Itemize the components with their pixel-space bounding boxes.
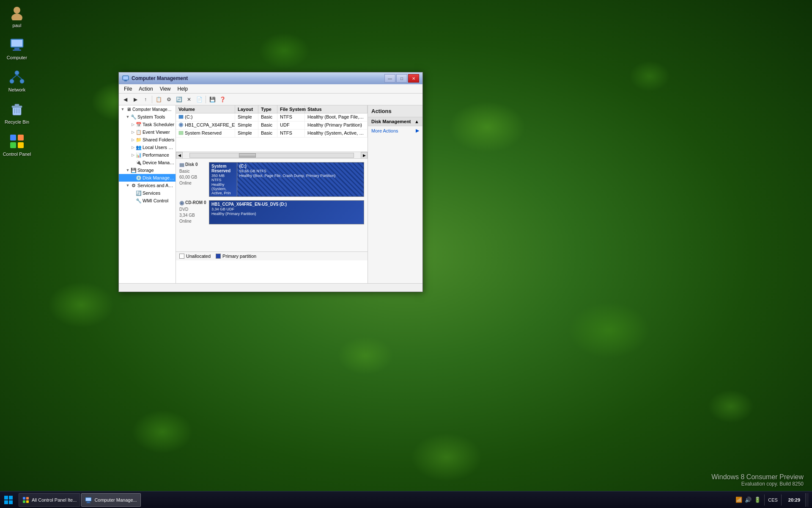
svg-rect-42	[86, 502, 91, 503]
th-status[interactable]: Status	[305, 105, 368, 113]
tree-services[interactable]: 🔄 Services	[119, 189, 176, 197]
td-fs-0: NTFS	[277, 113, 305, 121]
td-volume-2: System Reserved	[176, 130, 235, 137]
disk-0-part-c[interactable]: (C:) 59,66 GB NTFS Healthy (Boot, Page F…	[237, 163, 364, 196]
h-scrollbar[interactable]: ◀ ▶	[176, 152, 368, 158]
tree-task-scheduler[interactable]: ▷ 📅 Task Scheduler	[119, 121, 176, 128]
window-body: ▼ 🖥 Computer Management (Loc ▼ 🔧 System …	[119, 105, 422, 283]
tb-delete[interactable]: ✕	[184, 95, 194, 104]
tray-clock[interactable]: 20:29	[785, 497, 804, 502]
svg-rect-32	[9, 496, 13, 500]
tb-properties[interactable]: ⚙	[164, 95, 173, 104]
tb-up[interactable]: ↑	[141, 95, 150, 104]
tree-disk-management[interactable]: 💿 Disk Management	[119, 174, 176, 182]
svg-rect-13	[15, 104, 19, 106]
tree-root[interactable]: ▼ 🖥 Computer Management (Loc	[119, 105, 176, 113]
event-viewer-expander[interactable]: ▷	[130, 129, 136, 135]
svg-point-8	[20, 79, 24, 83]
tree-event-viewer[interactable]: ▷ 📋 Event Viewer	[119, 128, 176, 136]
tray-network-icon[interactable]: 📶	[735, 497, 742, 503]
minimize-button[interactable]: —	[384, 74, 395, 83]
svg-rect-18	[18, 135, 24, 141]
tb-show-hide[interactable]: 📋	[154, 95, 163, 104]
tree-system-tools[interactable]: ▼ 🔧 System Tools	[119, 113, 176, 121]
computer-icon	[8, 36, 25, 53]
start-button[interactable]	[0, 491, 17, 508]
shared-folders-expander[interactable]: ▷	[130, 137, 136, 143]
close-button[interactable]: ✕	[408, 74, 419, 83]
desktop-icon-computer[interactable]: Computer	[2, 36, 32, 60]
tray-volume-icon[interactable]: 🔊	[745, 497, 752, 503]
desktop-icon-control-panel[interactable]: Control Panel	[2, 133, 32, 157]
menu-action[interactable]: Action	[135, 85, 156, 93]
td-type-0: Basic	[258, 113, 277, 121]
disk-mgmt-label: Disk Management	[143, 175, 175, 180]
scroll-left[interactable]: ◀	[176, 152, 183, 159]
tree-services-apps[interactable]: ▼ ⚙ Services and Applications	[119, 182, 176, 189]
tree-performance[interactable]: ▷ 📊 Performance	[119, 151, 176, 159]
task-scheduler-expander[interactable]: ▷	[130, 121, 136, 127]
system-tray: 📶 🔊 🔋 CES 20:29	[732, 491, 812, 508]
taskbar-items: All Control Panel Ite... Computer Manage…	[17, 493, 732, 507]
scroll-track[interactable]	[189, 153, 354, 158]
actions-more[interactable]: More Actions ▶	[368, 126, 422, 135]
shared-folders-icon: 📁	[136, 137, 142, 143]
th-type[interactable]: Type	[258, 105, 277, 113]
root-expander[interactable]: ▼	[120, 106, 126, 112]
tb-back[interactable]: ◀	[121, 95, 130, 104]
tb-refresh[interactable]: 🔄	[174, 95, 184, 104]
cdrom-0-partitions: HB1_CCPA_X64FRE_EN-US_DV5 (D:) 3,34 GB U…	[209, 200, 364, 224]
center-panel: Volume Layout Type File System Status (C…	[176, 105, 368, 283]
tree-local-users[interactable]: ▷ 👥 Local Users and Groups	[119, 144, 176, 151]
table-row[interactable]: (C:) Simple Basic NTFS Healthy (Boot, Pa…	[176, 113, 368, 121]
services-apps-expander[interactable]: ▼	[125, 182, 131, 188]
desktop-icon-recycle-bin[interactable]: Recycle Bin	[2, 101, 32, 124]
local-users-icon: 👥	[136, 144, 142, 150]
tree-shared-folders[interactable]: ▷ 📁 Shared Folders	[119, 136, 176, 144]
performance-expander[interactable]: ▷	[130, 152, 136, 158]
taskbar-item-control-panel[interactable]: All Control Panel Ite...	[19, 493, 80, 507]
taskbar-item-comp-mgmt[interactable]: Computer Manage...	[81, 493, 140, 507]
menu-view[interactable]: View	[156, 85, 174, 93]
tb-export[interactable]: 💾	[208, 95, 217, 104]
svg-rect-27	[179, 131, 183, 135]
svg-rect-22	[123, 76, 128, 80]
th-volume[interactable]: Volume	[176, 105, 235, 113]
disk-0-part-sysreserved[interactable]: System Reserved 350 MB NTFS Healthy (Sys…	[209, 163, 237, 196]
actions-section-disk-mgmt[interactable]: Disk Management ▲	[368, 117, 422, 126]
svg-point-30	[181, 202, 183, 204]
tb-forward[interactable]: ▶	[131, 95, 140, 104]
menu-help[interactable]: Help	[174, 85, 192, 93]
recycle-bin-label: Recycle Bin	[5, 119, 29, 124]
desktop-icon-network[interactable]: Network	[2, 69, 32, 92]
cdrom-0-part[interactable]: HB1_CCPA_X64FRE_EN-US_DV5 (D:) 3,34 GB U…	[209, 201, 364, 224]
tree-storage[interactable]: ▼ 💾 Storage	[119, 166, 176, 174]
td-fs-1: UDF	[277, 121, 305, 129]
maximize-button[interactable]: □	[396, 74, 407, 83]
tree-wmi-control[interactable]: 🔧 WMI Control	[119, 197, 176, 204]
th-filesystem[interactable]: File System	[277, 105, 305, 113]
scroll-right[interactable]: ▶	[361, 152, 368, 159]
scroll-thumb[interactable]	[239, 153, 256, 157]
local-users-expander[interactable]: ▷	[130, 144, 136, 150]
storage-expander[interactable]: ▼	[125, 167, 131, 173]
table-row[interactable]: HB1_CCPA_X64FRE_EN-US_DV5 (D:) Simple Ba…	[176, 121, 368, 130]
svg-rect-24	[179, 115, 183, 119]
tb-help[interactable]: ❓	[218, 95, 227, 104]
titlebar[interactable]: Computer Management — □ ✕	[119, 72, 422, 84]
menu-file[interactable]: File	[121, 85, 135, 93]
tray-battery-icon[interactable]: 🔋	[754, 497, 761, 503]
table-row[interactable]: System Reserved Simple Basic NTFS Health…	[176, 130, 368, 138]
svg-rect-31	[4, 496, 8, 500]
desktop-icon-paul[interactable]: paul	[2, 4, 32, 28]
legend-primary-label: Primary partition	[222, 254, 256, 259]
performance-label: Performance	[143, 152, 169, 157]
tree-device-manager[interactable]: 🔌 Device Manager	[119, 159, 176, 166]
disk-0-partitions: System Reserved 350 MB NTFS Healthy (Sys…	[209, 162, 364, 197]
watermark: Windows 8 Consumer Preview Evaluation co…	[711, 473, 804, 487]
desktop-icons: paul Computer	[2, 4, 32, 157]
th-layout[interactable]: Layout	[235, 105, 258, 113]
system-tools-expander[interactable]: ▼	[125, 114, 131, 120]
show-desktop-button[interactable]	[805, 493, 809, 507]
tb-new[interactable]: 📄	[195, 95, 204, 104]
